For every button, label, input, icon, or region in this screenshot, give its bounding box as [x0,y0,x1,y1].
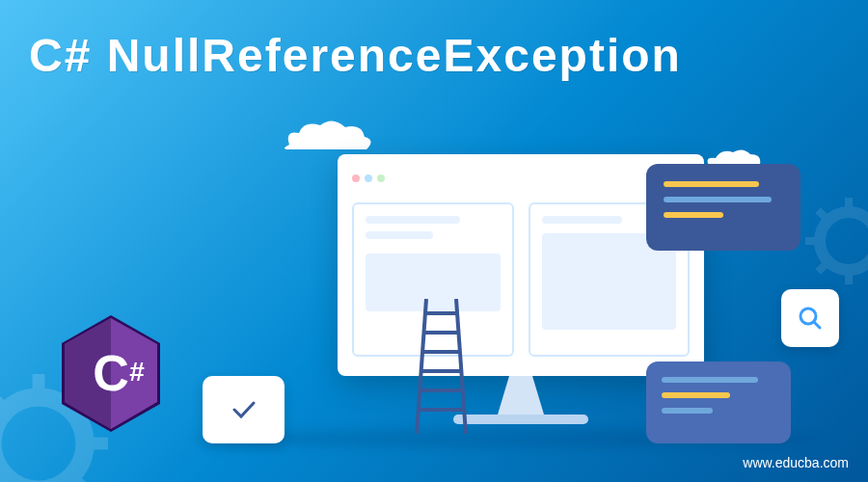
search-icon [797,305,824,332]
search-card [781,289,839,347]
code-line [664,181,759,187]
code-line [662,392,730,398]
checkmark-card [203,376,285,443]
svg-rect-10 [845,198,853,212]
banner-title: C# NullReferenceException [29,29,682,82]
code-line [664,197,772,202]
svg-rect-11 [845,270,853,284]
code-line [664,212,723,218]
code-line [662,408,713,414]
cloud-decoration-1 [270,116,386,154]
window-dot [352,174,360,182]
svg-text:C: C [93,345,129,401]
gear-decoration-right [800,193,868,289]
placeholder-line [366,231,433,239]
svg-line-24 [814,322,820,328]
browser-content [352,202,690,357]
svg-line-25 [417,299,426,434]
placeholder-line [366,216,460,224]
svg-text:#: # [129,357,145,387]
monitor-stand [492,376,550,415]
csharp-logo: C # [58,313,164,434]
window-dot [365,174,372,182]
website-url: www.educba.com [743,455,849,470]
monitor-base [453,415,588,424]
svg-rect-12 [805,237,820,245]
code-snippet-box [646,164,800,251]
hero-banner: C# NullReferenceException C # [0,0,868,482]
ladder-illustration [415,299,468,434]
browser-dots [352,169,690,188]
svg-rect-1 [33,374,45,397]
svg-rect-4 [85,438,108,450]
svg-line-26 [456,299,466,434]
placeholder-line [542,216,623,224]
checkmark-icon [230,395,258,424]
code-line [662,377,758,383]
window-dot [377,174,385,182]
code-snippet-box [646,362,791,443]
